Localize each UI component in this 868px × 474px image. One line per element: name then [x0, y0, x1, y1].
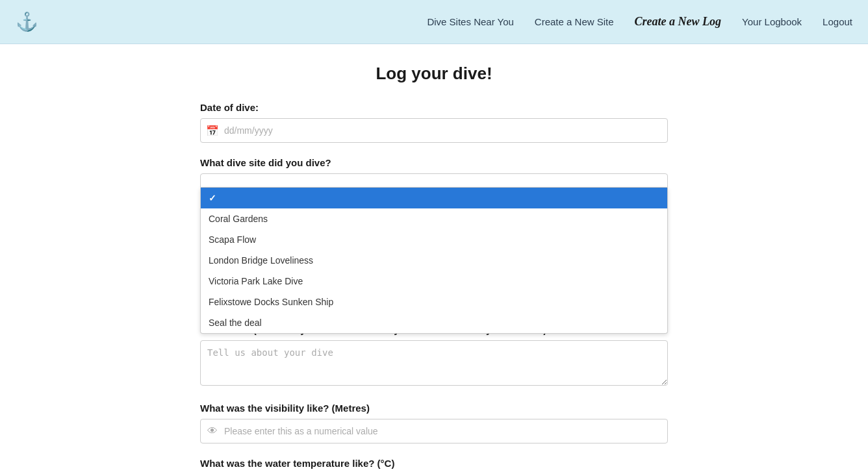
visibility-label: What was the visibility like? (Metres) [200, 403, 668, 414]
date-input[interactable] [224, 119, 667, 142]
nav-create-log[interactable]: Create a New Log [635, 15, 721, 29]
dropdown-item[interactable]: Scapa Flow [201, 229, 667, 250]
logo-icon: ⚓ [16, 11, 38, 32]
dropdown-item[interactable] [201, 188, 667, 208]
visibility-group: What was the visibility like? (Metres) 👁 [200, 403, 668, 443]
comments-input[interactable] [200, 340, 668, 386]
dropdown-item[interactable]: Seal the deal [201, 312, 667, 333]
date-input-wrapper: 📅 [200, 118, 668, 143]
dropdown-list: Coral GardensScapa FlowLondon Bridge Lov… [200, 188, 668, 334]
nav-logbook[interactable]: Your Logbook [742, 16, 802, 27]
visibility-input[interactable] [224, 419, 667, 443]
site-group: What dive site did you dive? Coral Garde… [200, 157, 668, 188]
site-label: What dive site did you dive? [200, 157, 668, 168]
nav-logout[interactable]: Logout [823, 16, 852, 27]
dropdown-item[interactable]: Felixstowe Docks Sunken Ship [201, 292, 667, 312]
date-group: Date of dive: 📅 [200, 102, 668, 143]
dropdown-item[interactable]: Victoria Park Lake Dive [201, 271, 667, 292]
nav-links: Dive Sites Near You Create a New Site Cr… [427, 15, 852, 29]
site-select-display[interactable] [200, 173, 668, 188]
dropdown-item[interactable]: Coral Gardens [201, 208, 667, 229]
dropdown-item[interactable]: London Bridge Loveliness [201, 250, 667, 271]
eye-icon: 👁 [201, 425, 224, 437]
calendar-icon: 📅 [201, 125, 224, 137]
navbar: ⚓ Dive Sites Near You Create a New Site … [0, 0, 868, 44]
visibility-input-wrapper: 👁 [200, 419, 668, 443]
nav-dive-sites[interactable]: Dive Sites Near You [427, 16, 513, 27]
page-content: Log your dive! Date of dive: 📅 What dive… [187, 44, 681, 474]
temperature-group: What was the water temperature like? (°C… [200, 458, 668, 474]
temperature-label: What was the water temperature like? (°C… [200, 458, 668, 469]
nav-create-site[interactable]: Create a New Site [535, 16, 614, 27]
page-title: Log your dive! [200, 64, 668, 84]
date-label: Date of dive: [200, 102, 668, 113]
site-select-container: Coral GardensScapa FlowLondon Bridge Lov… [200, 173, 668, 188]
